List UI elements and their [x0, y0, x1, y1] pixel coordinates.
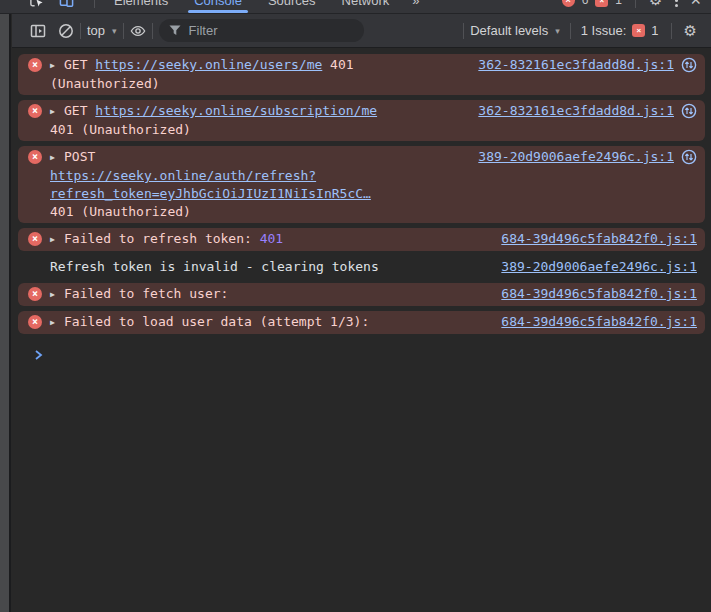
message-text: Refresh token is invalid - clearing toke…: [50, 258, 489, 276]
issues-count: 1: [615, 0, 622, 7]
prompt-chevron-icon: [34, 349, 43, 361]
console-settings-gear-icon[interactable]: ⚙: [684, 23, 697, 39]
divider: [80, 23, 81, 39]
issue-badge-icon: ×: [632, 24, 645, 37]
expand-triangle-icon[interactable]: ▶: [50, 103, 64, 121]
settings-gear-icon[interactable]: ⚙: [649, 0, 662, 8]
source-link[interactable]: 684-39d496c5fab842f0.js:1: [501, 230, 697, 248]
console-error-message: ×▶Failed to refresh token: 401684-39d496…: [18, 228, 705, 251]
message-icon-column: ×: [24, 102, 50, 118]
expand-triangle-icon[interactable]: ▶: [50, 57, 64, 75]
active-tab-underline: [188, 10, 248, 13]
message-icon-column: ×: [24, 230, 50, 246]
message-segment: POST: [64, 149, 95, 164]
divider: [94, 0, 95, 8]
message-segment: GET: [64, 57, 95, 72]
message-source: 389-20d9006aefe2496c.js:1: [501, 258, 697, 276]
message-source: 684-39d496c5fab842f0.js:1: [501, 230, 697, 248]
console-output: ×▶GET https://seeky.online/users/me 401(…: [12, 48, 711, 612]
context-selector[interactable]: top ▾: [87, 23, 117, 38]
clear-console-icon[interactable]: [58, 23, 74, 39]
error-circle-icon: ×: [28, 315, 42, 329]
error-circle-icon: ×: [28, 150, 42, 164]
message-source: 684-39d496c5fab842f0.js:1: [501, 313, 697, 331]
message-source: 389-20d9006aefe2496c.js:1: [478, 148, 697, 170]
message-segment: Failed to load user data (attempt 1/3):: [64, 314, 369, 329]
message-icon-column: ×: [24, 285, 50, 301]
expand-triangle-icon[interactable]: ▶: [50, 286, 64, 304]
divider: [463, 23, 464, 39]
source-link[interactable]: 362-832161ec3fdadd8d.js:1: [478, 56, 674, 74]
device-toolbar-icon[interactable]: [58, 0, 74, 8]
tab-sources[interactable]: Sources: [255, 0, 329, 14]
filter-funnel-icon: [169, 25, 181, 36]
divider: [671, 23, 672, 39]
more-options-icon[interactable]: [669, 0, 683, 7]
message-source: 362-832161ec3fdadd8d.js:1: [478, 102, 697, 124]
page-edge-strip: [0, 14, 11, 612]
console-error-message: ×▶GET https://seeky.online/subscription/…: [18, 100, 705, 141]
error-count-icon[interactable]: ×: [562, 0, 575, 7]
divider: [635, 0, 636, 8]
console-error-message: ×▶Failed to load user data (attempt 1/3)…: [18, 311, 705, 334]
error-circle-icon: ×: [28, 58, 42, 72]
tab-network[interactable]: Network: [329, 0, 403, 14]
divider: [570, 23, 571, 39]
message-icon-column: ×: [24, 313, 50, 329]
network-request-icon[interactable]: [681, 103, 697, 124]
live-expression-eye-icon[interactable]: [130, 23, 146, 39]
network-request-icon[interactable]: [681, 149, 697, 170]
message-icon-column: ×: [24, 56, 50, 72]
message-icon-column: [24, 258, 50, 260]
source-link[interactable]: 684-39d496c5fab842f0.js:1: [501, 313, 697, 331]
message-segment: Failed to refresh token:: [64, 231, 260, 246]
expand-triangle-icon[interactable]: ▶: [50, 149, 64, 167]
console-prompt[interactable]: [12, 339, 711, 361]
console-error-message: ×▶GET https://seeky.online/users/me 401(…: [18, 54, 705, 95]
expand-triangle-icon[interactable]: ▶: [50, 314, 64, 332]
console-link[interactable]: https://seeky.online/auth/refresh?refres…: [50, 168, 371, 201]
network-request-icon[interactable]: [681, 57, 697, 78]
console-sidebar-toggle-icon[interactable]: [30, 23, 46, 39]
console-log-message: Refresh token is invalid - clearing toke…: [18, 256, 705, 278]
message-segment: 401 (Unauthorized): [50, 122, 191, 137]
source-link[interactable]: 362-832161ec3fdadd8d.js:1: [478, 102, 674, 120]
source-link[interactable]: 389-20d9006aefe2496c.js:1: [501, 258, 697, 276]
message-source: 684-39d496c5fab842f0.js:1: [501, 285, 697, 303]
error-circle-icon: ×: [28, 232, 42, 246]
tab-console[interactable]: Console: [181, 0, 255, 14]
message-text: ▶Failed to refresh token: 401: [50, 230, 489, 249]
inspect-icon[interactable]: [28, 0, 44, 8]
message-segment: Refresh token is invalid - clearing toke…: [50, 259, 379, 274]
message-text: ▶GET https://seeky.online/subscription/m…: [50, 102, 466, 139]
message-text: ▶Failed to fetch user:: [50, 285, 489, 304]
divider: [123, 23, 124, 39]
log-levels-dropdown[interactable]: Default levels ▾: [470, 23, 560, 38]
message-segment: 401 (Unauthorized): [50, 204, 191, 219]
close-devtools-icon[interactable]: ×: [690, 0, 701, 8]
console-link[interactable]: https://seeky.online/users/me: [95, 57, 322, 72]
message-text: ▶POSThttps://seeky.online/auth/refresh?r…: [50, 148, 466, 221]
message-segment: GET: [64, 103, 95, 118]
console-link[interactable]: https://seeky.online/subscription/me: [95, 103, 377, 118]
source-link[interactable]: 684-39d496c5fab842f0.js:1: [501, 285, 697, 303]
source-link[interactable]: 389-20d9006aefe2496c.js:1: [478, 148, 674, 166]
chevron-down-icon: ▾: [555, 26, 560, 36]
more-tabs-button[interactable]: »: [402, 0, 429, 8]
devtools-tabbar: Elements Console Sources Network » × 6 ×…: [0, 0, 711, 14]
issues-count-icon[interactable]: ×: [595, 0, 608, 7]
console-error-message: ×▶POSThttps://seeky.online/auth/refresh?…: [18, 146, 705, 223]
message-icon-column: ×: [24, 148, 50, 164]
message-segment: (Unauthorized): [50, 76, 160, 91]
message-text: ▶Failed to load user data (attempt 1/3):: [50, 313, 489, 332]
console-toolbar: top ▾ Default levels ▾ 1 Issue: × 1 ⚙: [12, 14, 711, 48]
tab-elements[interactable]: Elements: [101, 0, 181, 14]
error-circle-icon: ×: [28, 287, 42, 301]
issues-counter[interactable]: 1 Issue: × 1: [581, 23, 659, 38]
filter-input[interactable]: [189, 23, 339, 38]
message-segment: Failed to fetch user:: [64, 286, 228, 301]
error-count: 6: [582, 0, 589, 7]
filter-box[interactable]: [159, 19, 364, 42]
expand-triangle-icon[interactable]: ▶: [50, 231, 64, 249]
message-source: 362-832161ec3fdadd8d.js:1: [478, 56, 697, 78]
